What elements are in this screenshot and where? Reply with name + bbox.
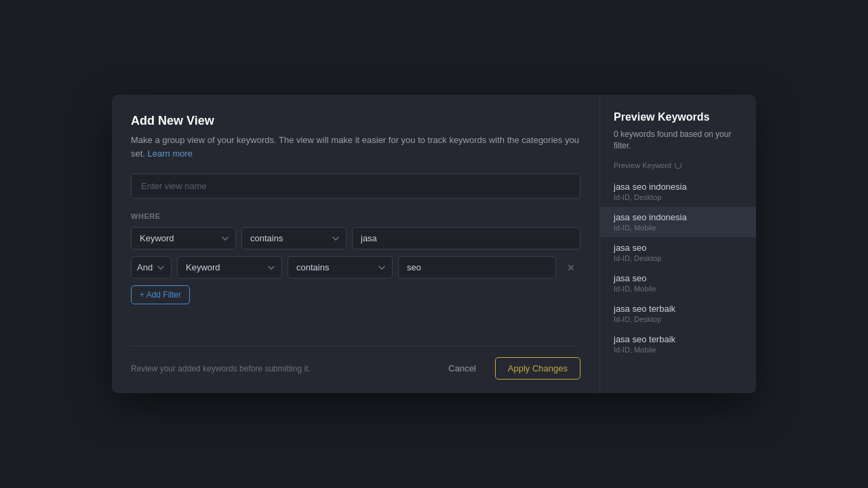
keyword-name: jasa seo terbaik: [614, 304, 743, 314]
where-label: WHERE: [131, 212, 580, 220]
preview-title: Preview Keywords: [600, 111, 756, 123]
preview-keyword-label: Preview Keyword: [600, 161, 756, 169]
filter-value-input-1[interactable]: [352, 227, 580, 249]
keyword-name: jasa seo indonesia: [614, 212, 743, 222]
keyword-meta: Id-ID, Mobile: [614, 224, 743, 232]
keyword-name: jasa seo terbaik: [614, 334, 743, 344]
modal-desc-text: Make a group view of your keywords. The …: [131, 135, 579, 159]
keyword-list-item[interactable]: jasa seo terbaik Id-ID, Mobile: [600, 329, 756, 359]
keyword-list-item[interactable]: jasa seo indonesia Id-ID, Desktop: [600, 176, 756, 207]
modal-description: Make a group view of your keywords. The …: [131, 134, 580, 160]
keyword-name: jasa seo: [614, 273, 743, 283]
cancel-button[interactable]: Cancel: [436, 358, 488, 379]
keyword-meta: Id-ID, Desktop: [614, 315, 743, 323]
modal-title: Add New View: [131, 114, 580, 128]
keyword-list: jasa seo indonesia Id-ID, Desktop jasa s…: [600, 176, 756, 380]
filter-field-select-2[interactable]: Keyword URL Tag: [177, 256, 282, 279]
keyword-meta: Id-ID, Desktop: [614, 193, 743, 201]
modal-overlay: Add New View Make a group view of your k…: [0, 0, 868, 488]
keyword-name: jasa seo: [614, 243, 743, 253]
modal-main: Add New View Make a group view of your k…: [112, 95, 600, 393]
footer-buttons: Cancel Apply Changes: [436, 357, 580, 380]
keyword-meta: Id-ID, Mobile: [614, 285, 743, 293]
filter-condition-select-2[interactable]: contains equals starts with ends with: [288, 256, 393, 279]
filters-section: WHERE Keyword URL Tag contains equals st…: [131, 212, 580, 346]
filter-field-select-1[interactable]: Keyword URL Tag: [131, 227, 236, 249]
loading-spinner: [675, 162, 682, 169]
preview-panel: Preview Keywords 0 keywords found based …: [600, 95, 756, 393]
keyword-name: jasa seo indonesia: [614, 182, 743, 192]
filter-value-input-2[interactable]: [398, 256, 556, 279]
filter-condition-select-1[interactable]: contains equals starts with ends with: [241, 227, 347, 249]
keyword-meta: Id-ID, Desktop: [614, 254, 743, 262]
modal-container: Add New View Make a group view of your k…: [112, 95, 756, 393]
modal-footer: Review your added keywords before submit…: [131, 346, 580, 380]
filter-logic-select[interactable]: And Or: [131, 256, 172, 279]
filter-row-1: Keyword URL Tag contains equals starts w…: [131, 227, 580, 249]
apply-changes-button[interactable]: Apply Changes: [495, 357, 580, 380]
remove-filter-button[interactable]: ✕: [561, 258, 580, 277]
keyword-list-item[interactable]: jasa seo terbaik Id-ID, Desktop: [600, 298, 756, 329]
keyword-list-item[interactable]: jasa seo indonesia Id-ID, Mobile: [600, 207, 756, 237]
preview-count: 0 keywords found based on your filter.: [600, 129, 756, 152]
add-filter-button[interactable]: + Add Filter: [131, 285, 190, 304]
view-name-input[interactable]: [131, 174, 580, 199]
keyword-list-item[interactable]: jasa seo Id-ID, Mobile: [600, 268, 756, 298]
keyword-list-item[interactable]: jasa seo Id-ID, Desktop: [600, 237, 756, 268]
filter-row-2: And Or Keyword URL Tag contains equals s…: [131, 256, 580, 279]
learn-more-link[interactable]: Learn more: [148, 148, 193, 159]
keyword-meta: Id-ID, Mobile: [614, 346, 743, 354]
footer-hint: Review your added keywords before submit…: [131, 364, 311, 373]
